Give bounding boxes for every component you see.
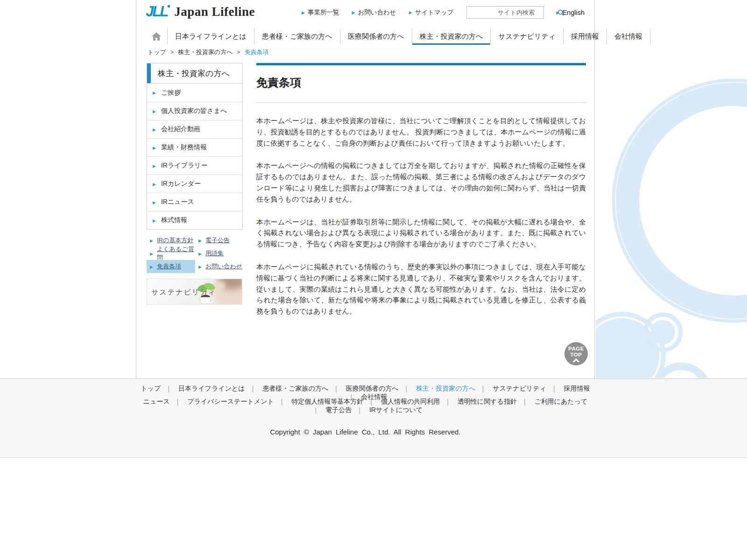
sidebar-link-disclaimer[interactable]: ▶ 免責条項	[147, 260, 195, 273]
utility-link-contact[interactable]: ▶ お問い合わせ	[352, 8, 396, 17]
footer: トップ｜ 日本ライフラインとは｜ 患者様・ご家族の方へ｜ 医療関係者の方へ｜ 株…	[0, 378, 747, 458]
arrow-icon: ▶	[409, 11, 412, 15]
arrow-icon: ▶	[302, 11, 305, 15]
footer-link-transparency[interactable]: 透明性に関する指針	[458, 398, 517, 405]
footer-link-electronic-notice[interactable]: 電子公告	[325, 406, 352, 413]
search-input[interactable]	[467, 7, 557, 18]
nav-item-company[interactable]: 会社情報	[607, 28, 650, 44]
footer-link-top[interactable]: トップ	[141, 385, 161, 392]
sidebar-link-label: 電子公告	[205, 236, 230, 245]
sidebar-item-label: 業績・財務情報	[161, 143, 207, 152]
sidebar-title-label: 株主・投資家の方へ	[158, 68, 230, 79]
arrow-icon: ▶	[150, 252, 153, 256]
footer-separator: ｜	[403, 385, 409, 392]
nav-item-investors[interactable]: 株主・投資家の方へ	[412, 28, 491, 44]
sidebar-title: 株主・投資家の方へ	[147, 63, 243, 84]
sidebar-item-label: IRニュース	[161, 198, 194, 206]
footer-link-terms[interactable]: ご利用にあたって	[534, 398, 587, 405]
footer-separator: ｜	[175, 398, 181, 405]
utility-link-label: お問い合わせ	[358, 8, 396, 17]
nav-item-recruit[interactable]: 採用情報	[564, 28, 607, 44]
sidebar-link-label: 免責条項	[157, 262, 181, 271]
decorative-circles	[596, 0, 747, 378]
sidebar-link-electronic-notice[interactable]: ▶ 電子公告	[195, 234, 243, 247]
footer-separator: ｜	[250, 385, 256, 392]
utility-link-sitemap[interactable]: ▶ サイトマップ	[409, 8, 454, 17]
sidebar-item-stock-info[interactable]: ▶ 株式情報	[147, 211, 242, 229]
sidebar-sublinks: ▶ IRの基本方針 ▶ 電子公告 ▶ よくあるご質問 ▶ 用語集 ▶ 免責条	[147, 234, 243, 273]
arrow-icon: ▶	[150, 238, 153, 243]
sidebar-item-ir-news[interactable]: ▶ IRニュース	[147, 193, 242, 211]
nav-item-medical[interactable]: 医療関係者の方へ	[340, 28, 412, 44]
footer-link-recruit[interactable]: 採用情報	[564, 385, 590, 392]
sidebar-item-ir-library[interactable]: ▶ IRライブラリー	[147, 156, 242, 175]
breadcrumb-top[interactable]: トップ	[148, 48, 166, 56]
page-top-button[interactable]: PAGE TOP	[564, 342, 588, 365]
sidebar-item-company-video[interactable]: ▶ 会社紹介動画	[147, 120, 242, 138]
banner-label: サステナビリティ	[151, 288, 216, 297]
arrow-icon: ▶	[153, 182, 156, 186]
sidebar: 株主・投資家の方へ ▶ ご挨拶 ▶ 個人投資家の皆さまへ ▶ 会社紹介動画 ▶ …	[147, 63, 243, 305]
sidebar-link-label: お問い合わせ	[205, 262, 242, 271]
arrow-icon: ▶	[352, 11, 355, 15]
footer-link-sustainability[interactable]: サステナビリティ	[493, 385, 546, 392]
footer-link-about[interactable]: 日本ライフラインとは	[178, 385, 245, 392]
arrow-icon: ▶	[198, 265, 202, 269]
footer-separator: ｜	[551, 385, 557, 392]
sidebar-link-faq[interactable]: ▶ よくあるご質問	[147, 247, 195, 260]
footer-separator: ｜	[279, 398, 285, 405]
paragraph: 本ホームページは、当社が証券取引所等に開示した情報に関して、その掲載が大幅に遅れ…	[256, 217, 586, 250]
footer-separator: ｜	[165, 385, 172, 392]
footer-separator: ｜	[444, 398, 451, 405]
sidebar-item-ir-calendar[interactable]: ▶ IRカレンダー	[147, 175, 242, 193]
breadcrumb-separator: >	[170, 49, 174, 56]
sustainability-banner[interactable]: サステナビリティ	[147, 279, 242, 305]
sidebar-item-individual-investors[interactable]: ▶ 個人投資家の皆さまへ	[147, 102, 242, 120]
footer-link-investors[interactable]: 株主・投資家の方へ	[416, 385, 475, 392]
footer-link-ir-site[interactable]: IRサイトについて	[369, 406, 423, 413]
utility-link-label: サイトマップ	[415, 8, 454, 17]
sidebar-item-greeting[interactable]: ▶ ご挨拶	[147, 84, 242, 102]
footer-link-news[interactable]: ニュース	[143, 398, 170, 405]
footer-link-privacy[interactable]: プライバシーステートメント	[187, 398, 274, 405]
nav-item-sustainability[interactable]: サステナビリティ	[491, 28, 564, 44]
footer-link-personal-info-policy[interactable]: 特定個人情報等基本方針	[291, 398, 363, 405]
sidebar-link-contact[interactable]: ▶ お問い合わせ	[195, 260, 243, 273]
logo[interactable]: JLL Japan Lifeline	[146, 5, 255, 19]
arrow-icon: ▶	[557, 11, 560, 15]
content-column: JLL Japan Lifeline ▶ 事業所一覧 ▶ お問い合わせ ▶ サイ…	[136, 0, 595, 378]
utility-link-offices[interactable]: ▶ 事業所一覧	[302, 8, 339, 17]
breadcrumb-separator: >	[237, 49, 240, 56]
english-label: English	[562, 9, 585, 16]
arrow-icon: ▶	[153, 127, 156, 132]
arrow-icon: ▶	[198, 238, 202, 243]
arrow-icon: ▶	[198, 252, 202, 256]
breadcrumb-investors[interactable]: 株主・投資家の方へ	[178, 48, 233, 56]
arrow-icon: ▶	[150, 265, 153, 269]
sidebar-link-glossary[interactable]: ▶ 用語集	[195, 247, 243, 260]
title-divider	[256, 102, 586, 103]
page-top-label: PAGE	[568, 346, 584, 351]
footer-link-shared-use[interactable]: 個人情報の共同利用	[381, 398, 440, 405]
page-title: 免責条項	[256, 75, 586, 90]
arrow-icon: ▶	[153, 146, 156, 150]
sidebar-item-financial-info[interactable]: ▶ 業績・財務情報	[147, 138, 242, 156]
sidebar-link-label: 用語集	[205, 249, 224, 258]
nav-home[interactable]	[146, 28, 168, 44]
footer-link-medical[interactable]: 医療関係者の方へ	[346, 385, 399, 392]
breadcrumb: トップ > 株主・投資家の方へ > 免責条項	[148, 48, 269, 56]
sidebar-item-label: 株式情報	[161, 216, 187, 224]
nav-item-patients[interactable]: 患者様・ご家族の方へ	[254, 28, 340, 44]
utility-link-label: 事業所一覧	[308, 8, 339, 17]
home-icon	[152, 32, 161, 41]
sidebar-item-label: IRカレンダー	[161, 180, 201, 188]
nav-item-about[interactable]: 日本ライフラインとは	[168, 28, 254, 44]
footer-legal-row: ニュース｜ プライバシーステートメント｜ 特定個人情報等基本方針｜ 個人情報の共…	[136, 398, 595, 414]
arrow-icon: ▶	[153, 91, 156, 95]
footer-link-patients[interactable]: 患者様・ご家族の方へ	[262, 385, 328, 392]
main-content: 免責条項 本ホームページは、株主や投資家の皆様に、当社についてご理解頂くことを目…	[256, 63, 586, 329]
logo-text: Japan Lifeline	[174, 5, 255, 19]
footer-separator: ｜	[368, 398, 374, 405]
paragraph: 本ホームページは、株主や投資家の皆様に、当社についてご理解頂くことを目的として情…	[256, 115, 586, 148]
footer-separator: ｜	[313, 406, 319, 413]
